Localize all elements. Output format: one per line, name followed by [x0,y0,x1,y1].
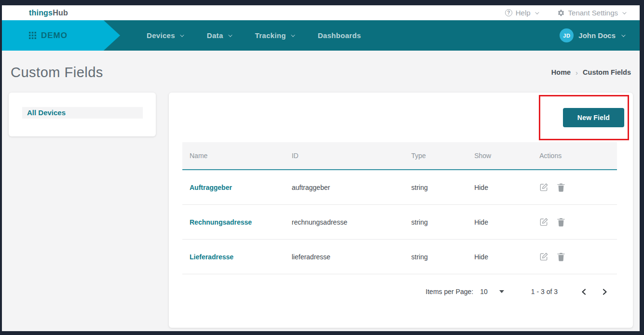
paginator: Items per Page: 10 1 - 3 of 3 [169,274,633,295]
field-show: Hide [467,240,532,274]
content-area: All Devices New Field Name [9,93,633,328]
app-logo[interactable]: thingsHub [29,9,68,17]
page-title: Custom Fields [11,65,103,80]
breadcrumb: Home › Custom Fields [551,68,631,77]
nav-items: Devices Data Tracking Dashboards [147,31,361,40]
table-row: Rechnungsadresse rechnungsadresse string… [182,205,617,240]
delete-icon[interactable] [557,253,565,261]
gear-icon [557,9,565,17]
table-header-row: Name ID Type Show Actions [182,142,617,170]
breadcrumb-separator-icon: › [575,68,578,77]
page-header: Custom Fields Home › Custom Fields [11,62,631,82]
page-range-label: 1 - 3 of 3 [531,288,558,295]
edit-icon[interactable] [539,217,548,227]
field-name-link[interactable]: Lieferadresse [190,253,233,261]
sidebar-item-all-devices[interactable]: All Devices [22,107,143,119]
help-icon: ? [505,9,512,16]
tenant-settings-label: Tenant Settings [568,9,618,17]
field-type: string [404,170,467,205]
nav-item-label: Data [207,31,223,40]
new-field-button[interactable]: New Field [563,108,624,127]
table-row: Auftraggeber auftraggeber string Hide [182,170,617,205]
avatar: JD [560,28,574,42]
logo-things: things [29,9,53,17]
tenant-settings-menu[interactable]: Tenant Settings [557,9,625,17]
field-name-link[interactable]: Rechnungsadresse [190,218,252,226]
chevron-down-icon [228,33,232,37]
delete-icon[interactable] [557,218,565,227]
chevron-down-icon [535,10,539,14]
chevron-down-icon [291,33,295,37]
delete-icon[interactable] [557,183,565,192]
nav-item-data[interactable]: Data [207,31,231,40]
field-type: string [404,205,467,240]
nav-item-dashboards[interactable]: Dashboards [318,31,361,40]
items-per-page-value[interactable]: 10 [480,288,488,295]
topbar-right: ? Help Tenant Settings [505,9,625,17]
field-id: rechnungsadresse [285,205,404,240]
logo-hub: Hub [53,9,68,17]
app-screen: thingsHub ? Help Tenant Settings [2,5,640,331]
column-header-name: Name [182,142,285,170]
chevron-down-icon [622,10,626,14]
nav-item-devices[interactable]: Devices [147,31,183,40]
help-menu[interactable]: ? Help [505,9,538,17]
grid-icon [29,32,36,39]
tenant-switcher[interactable]: DEMO [2,20,120,51]
column-header-actions: Actions [532,142,617,170]
column-header-show: Show [467,142,532,170]
custom-fields-panel: New Field Name ID Type Show [169,93,633,328]
nav-item-tracking[interactable]: Tracking [255,31,294,40]
column-header-type: Type [404,142,467,170]
help-label: Help [516,9,531,17]
field-id: lieferadresse [285,240,404,274]
main-nav: DEMO Devices Data Tracking Dashboards JD… [2,20,640,51]
chevron-down-icon [621,33,625,37]
field-type: string [404,240,467,274]
items-per-page-caret-icon[interactable] [499,290,504,293]
custom-fields-table: Name ID Type Show Actions Auftraggeber [182,142,617,274]
nav-item-label: Dashboards [318,31,361,40]
items-per-page-label: Items per Page: [425,288,473,295]
page-body: Custom Fields Home › Custom Fields All D… [2,51,640,331]
field-id: auftraggeber [285,170,404,205]
field-show: Hide [467,205,532,240]
nav-item-label: Devices [147,31,175,40]
window-frame: thingsHub ? Help Tenant Settings [0,0,644,335]
next-page-button[interactable] [602,288,608,295]
column-header-id: ID [285,142,404,170]
edit-icon[interactable] [539,183,548,192]
sidebar: All Devices [9,93,156,136]
table-row: Lieferadresse lieferadresse string Hide [182,240,617,274]
breadcrumb-home[interactable]: Home [551,68,571,76]
nav-item-label: Tracking [255,31,286,40]
field-show: Hide [467,170,532,205]
previous-page-button[interactable] [581,288,587,295]
user-name: John Docs [578,31,616,40]
chevron-down-icon [180,33,184,37]
breadcrumb-current: Custom Fields [583,68,631,76]
user-menu[interactable]: JD John Docs [560,28,624,42]
edit-icon[interactable] [539,252,548,261]
panel-toolbar: New Field [169,93,633,142]
tenant-badge: DEMO [41,31,68,40]
field-name-link[interactable]: Auftraggeber [190,184,232,191]
topbar: thingsHub ? Help Tenant Settings [2,5,640,20]
